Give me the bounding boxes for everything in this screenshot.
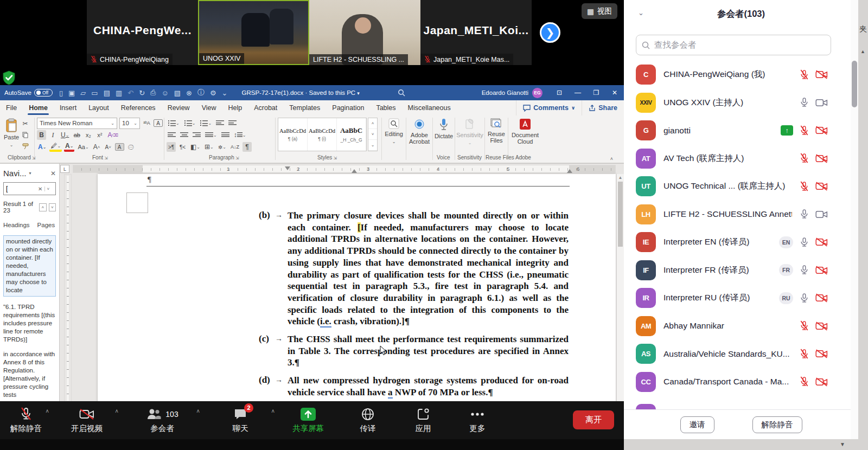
participant-row[interactable]: AMAbhay Mannikar: [624, 312, 858, 340]
tab-acrobat[interactable]: Acrobat: [248, 100, 283, 115]
export-document-icon[interactable]: ▧: [174, 89, 181, 97]
video-tile[interactable]: CHINA-PengWe... CHINA-PengWeiQiang: [87, 0, 198, 65]
dialog-launcher-icon[interactable]: ⇲: [103, 156, 108, 160]
panel-collapse-icon[interactable]: ⌄: [638, 9, 644, 17]
scroll-up-icon[interactable]: ▲: [860, 49, 865, 54]
close-button[interactable]: ✕: [605, 89, 624, 97]
tab-insert[interactable]: Insert: [54, 100, 82, 115]
reading-mode-icon[interactable]: ▥: [116, 89, 122, 97]
subscript-button[interactable]: x₂: [84, 130, 93, 140]
participant-row[interactable]: IFInterpreter FR (传译员)FR: [624, 256, 858, 285]
view-button[interactable]: ▦ 视图: [582, 3, 617, 19]
enclose-characters-icon[interactable]: A: [154, 119, 163, 127]
font-color-button[interactable]: A⌄: [64, 142, 74, 152]
navigation-dropdown-icon[interactable]: ▾: [29, 171, 31, 176]
save-icon[interactable]: ▣: [68, 89, 75, 97]
grow-font-button[interactable]: A˄: [92, 142, 101, 152]
copy-icon[interactable]: [21, 130, 30, 140]
open-folder-icon[interactable]: ▱: [80, 89, 86, 97]
shrink-font-button[interactable]: A˅: [104, 142, 113, 152]
style-card[interactable]: AaBbCcDd¶ (a): [278, 118, 308, 151]
tab-home[interactable]: Home: [23, 100, 54, 115]
new-document-icon[interactable]: ▯: [59, 89, 63, 97]
invite-button[interactable]: 邀请: [680, 416, 714, 433]
distributed-button[interactable]: [220, 130, 231, 140]
tab-review[interactable]: Review: [162, 100, 196, 115]
hanging-indent-marker[interactable]: [352, 169, 357, 173]
bullet-list-button[interactable]: ⌄: [167, 118, 181, 128]
rtl-direction-button[interactable]: ¶<: [178, 142, 187, 152]
next-result-button[interactable]: ˅: [49, 203, 56, 211]
navigation-close-icon[interactable]: ✕: [50, 170, 56, 177]
toolbar-share-screen[interactable]: 共享屏幕: [278, 407, 339, 434]
smiley-icon[interactable]: ☺: [161, 89, 168, 97]
sensitivity-button[interactable]: Sensitivity ⌄: [456, 115, 483, 153]
dialog-launcher-icon[interactable]: ⇲: [234, 156, 239, 160]
multilevel-list-button[interactable]: ⌄: [199, 118, 213, 128]
ribbon-display-options-button[interactable]: ⊡: [550, 89, 569, 97]
horizontal-ruler[interactable]: 123456: [73, 165, 616, 173]
account-user[interactable]: Edoardo Gianotti EG: [482, 88, 542, 98]
search-result-item[interactable]: in accordance with Annex 8 of this Regul…: [3, 350, 56, 399]
comments-button[interactable]: Comments ∨: [516, 100, 582, 115]
document-title[interactable]: GRSP-72-17e(1).docx · Saved to this PC ▾: [241, 89, 359, 96]
tab-pagination[interactable]: Pagination: [326, 100, 370, 115]
info-icon[interactable]: ⓘ: [197, 88, 205, 98]
format-painter-icon[interactable]: [21, 142, 30, 151]
justify-button[interactable]: ⌄: [204, 130, 218, 140]
italic-button[interactable]: I: [48, 130, 58, 140]
navigation-search-input[interactable]: [6, 185, 36, 192]
superscript-button[interactable]: x²: [95, 130, 104, 140]
video-tile[interactable]: Japan_METI_Koi... Japan_METI_Koie Mas...: [420, 0, 532, 65]
scroll-down-icon[interactable]: ▼: [840, 441, 845, 447]
next-videos-button[interactable]: ❯: [540, 22, 560, 43]
participant-row[interactable]: IRInterpreter RU (传译员)RU: [624, 284, 858, 312]
video-tile[interactable]: UNOG XXIV: [198, 0, 309, 65]
participant-row[interactable]: IEInterpreter EN (传译员)EN: [624, 228, 858, 256]
align-left-button[interactable]: [167, 130, 177, 140]
document-paragraph[interactable]: (d)→All new compressed hydrogen storage …: [259, 375, 571, 398]
participants-scrollbar-thumb[interactable]: [852, 61, 857, 107]
tab-references[interactable]: References: [115, 100, 162, 115]
document-paragraph[interactable]: (c)→The CHSS shall meet the performance …: [259, 333, 571, 369]
tab-pages[interactable]: Pages: [37, 222, 55, 228]
minimize-button[interactable]: —: [569, 89, 587, 97]
tab-selector-box[interactable]: L: [60, 165, 69, 173]
previous-result-button[interactable]: ˄: [39, 203, 46, 211]
sort-button[interactable]: A↓Z: [229, 142, 240, 152]
adobe-acrobat-button[interactable]: Adobe Acrobat: [407, 115, 431, 153]
styles-more-icon[interactable]: ⌄: [368, 140, 377, 151]
document-page[interactable]: ¶ (b)→The primary closure devices shall …: [98, 174, 616, 402]
collapse-ribbon-icon[interactable]: ˄: [610, 156, 613, 162]
toolbar-unmute[interactable]: ˄解除静音: [0, 407, 52, 434]
chevron-up-icon[interactable]: ˄: [271, 408, 275, 414]
highlight-color-button[interactable]: 🖉⌄: [49, 142, 62, 152]
search-result-item[interactable]: mounted directly on or within each conta…: [3, 235, 56, 297]
borders-button[interactable]: ⊞⌄: [203, 142, 215, 152]
toolbar-interpretation[interactable]: 传译: [339, 407, 397, 434]
font-name-select[interactable]: Times New Roman ⌄: [37, 118, 117, 129]
style-card[interactable]: AaBbC_H _Ch_G: [337, 118, 366, 151]
line-spacing-button[interactable]: ↕⌄: [233, 130, 247, 140]
restore-button[interactable]: ❐: [587, 89, 605, 97]
circle-character-icon[interactable]: ㊀: [126, 142, 136, 152]
change-case-button[interactable]: Aa⌄: [76, 142, 90, 152]
character-shading-button[interactable]: A: [115, 143, 124, 151]
tab-templates[interactable]: Templates: [283, 100, 326, 115]
participant-row[interactable]: CCHINA-PengWeiQiang (我): [624, 61, 858, 89]
document-content[interactable]: (b)→The primary closure devices shall be…: [259, 210, 571, 402]
tab-file[interactable]: File: [0, 100, 23, 115]
chevron-up-icon[interactable]: ˄: [46, 408, 49, 414]
font-size-select[interactable]: 10 ⌄: [119, 118, 140, 129]
increase-indent-button[interactable]: [227, 118, 238, 128]
style-card[interactable]: AaBbCcDd¶ (i): [308, 118, 337, 151]
underline-button[interactable]: U⌄: [60, 130, 70, 140]
participant-row[interactable]: LHLIFTE H2 - SCHUESSLING Annett: [624, 201, 858, 229]
undo-icon[interactable]: ↶: [127, 89, 133, 97]
toolbar-more[interactable]: 更多: [449, 407, 506, 434]
document-scrollbar-thumb[interactable]: [618, 182, 623, 247]
toolbar-participants[interactable]: 103˄参会者: [122, 407, 203, 434]
paste-button[interactable]: Paste ⌄: [2, 115, 21, 149]
editing-button[interactable]: Editing ⌄: [383, 115, 405, 153]
participant-row[interactable]: XXIVUNOG XXIV (主持人): [624, 89, 858, 117]
